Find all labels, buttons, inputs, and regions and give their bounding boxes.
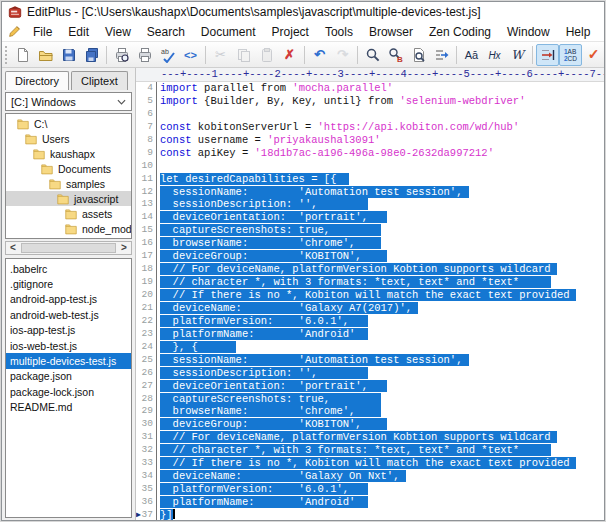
code-line-text[interactable]: deviceOrientation: 'portrait', <box>157 211 604 224</box>
code-line-text[interactable]: // character *, with 3 formats: *text, t… <box>157 444 604 457</box>
code-line-text[interactable]: deviceName: 'Galaxy On Nxt', <box>157 470 604 483</box>
code-line-9[interactable]: 9const apiKey = '18d1b7ac-a196-496a-98e0… <box>136 147 604 160</box>
menu-item-search[interactable]: Search <box>139 23 193 41</box>
file-item-readme-md[interactable]: README.md <box>6 400 131 415</box>
menu-item-file[interactable]: File <box>25 23 60 41</box>
code-line-7[interactable]: 7const kobitonServerUrl = 'https://api.k… <box>136 121 604 134</box>
file-item-package-lock-json[interactable]: package-lock.json <box>6 384 131 399</box>
tree-item-javascript[interactable]: javascript <box>6 191 131 206</box>
editor-area[interactable]: ---+----1----+----2----+----3----+----4-… <box>136 68 604 520</box>
code-line-14[interactable]: 14 deviceOrientation: 'portrait', <box>136 211 604 224</box>
code-line-6[interactable]: 6 <box>136 108 604 121</box>
code-line-20[interactable]: 20 // If there is no *, Kobiton will mat… <box>136 289 604 302</box>
scroll-thumb[interactable] <box>21 243 116 253</box>
code-line-22[interactable]: 22 platformVersion: '6.0.1', <box>136 315 604 328</box>
find-in-files-button[interactable] <box>407 44 430 66</box>
print-preview-button[interactable] <box>110 44 133 66</box>
menu-item-edit[interactable]: Edit <box>60 23 97 41</box>
redo-button[interactable]: ↷ <box>331 44 354 66</box>
code-line-text[interactable]: platformVersion: '6.0.1', <box>157 315 604 328</box>
code-line-text[interactable]: let desiredCapabilities = [{ <box>157 173 604 186</box>
code-line-29[interactable]: 29 browserName: 'chrome', <box>136 405 604 418</box>
code-line-24[interactable]: 24 }, { <box>136 341 604 354</box>
code-line-text[interactable]: // For deviceName, platformVersion Kobti… <box>157 263 604 276</box>
code-line-text[interactable]: // For deviceName, platformVersion Kobti… <box>157 431 604 444</box>
code-line-37[interactable]: ▶37}] <box>136 509 604 520</box>
code-line-text[interactable]: import {Builder, By, Key, until} from 's… <box>157 95 604 108</box>
tab-cliptext[interactable]: Cliptext <box>71 71 128 90</box>
code-line-36[interactable]: 36 platformName: 'Android' <box>136 496 604 509</box>
code-line-text[interactable]: }] <box>157 509 604 520</box>
tree-item-assets[interactable]: assets <box>6 206 131 221</box>
delete-button[interactable]: ✗ <box>278 44 301 66</box>
scroll-right-arrow-icon[interactable]: > <box>117 243 131 253</box>
cut-button[interactable]: ✂ <box>209 44 232 66</box>
file-item-ios-web-test-js[interactable]: ios-web-test.js <box>6 338 131 353</box>
scroll-left-arrow-icon[interactable]: < <box>6 243 20 253</box>
new-file-button[interactable] <box>11 44 34 66</box>
paste-button[interactable] <box>255 44 278 66</box>
hex-view-button[interactable]: Hx <box>483 44 506 66</box>
code-line-text[interactable]: platformName: 'Android' <box>157 496 604 509</box>
code-line-10[interactable]: 10 <box>136 160 604 173</box>
code-line-text[interactable]: const apiKey = '18d1b7ac-a196-496a-98e0-… <box>157 147 604 160</box>
menu-item-tools[interactable]: Tools <box>317 23 361 41</box>
code-line-23[interactable]: 23 platformName: 'Android' <box>136 328 604 341</box>
code-line-text[interactable]: deviceOrientation: 'portrait', <box>157 380 604 393</box>
menu-item-project[interactable]: Project <box>264 23 317 41</box>
tree-item-node-module[interactable]: node_module <box>6 221 131 236</box>
code-line-text[interactable]: captureScreenshots: true, <box>157 393 604 406</box>
tree-item-users[interactable]: Users <box>6 131 131 146</box>
file-item-multiple-devices-test-js[interactable]: multiple-devices-test.js <box>6 353 131 368</box>
file-item-babelrc[interactable]: .babelrc <box>6 261 131 276</box>
file-item-ios-app-test-js[interactable]: ios-app-test.js <box>6 323 131 338</box>
code-line-text[interactable]: sessionName: 'Automation test session', <box>157 354 604 367</box>
file-item-gitignore[interactable]: .gitignore <box>6 276 131 291</box>
code-line-15[interactable]: 15 captureScreenshots: true, <box>136 224 604 237</box>
replace-button[interactable]: B <box>384 44 407 66</box>
goto-line-button[interactable] <box>430 44 453 66</box>
code-line-32[interactable]: 32 // character *, with 3 formats: *text… <box>136 444 604 457</box>
code-line-text[interactable]: sessionDescription: '', <box>157 198 604 211</box>
text-case-button[interactable]: Aā <box>460 44 483 66</box>
code-line-text[interactable]: // If there is no *, Kobiton will match … <box>157 289 604 302</box>
code-line-21[interactable]: 21 deviceName: 'Galaxy A7(2017)', <box>136 302 604 315</box>
code-line-text[interactable]: }, { <box>157 341 604 354</box>
file-item-android-web-test-js[interactable]: android-web-test.js <box>6 307 131 322</box>
code-line-5[interactable]: 5import {Builder, By, Key, until} from '… <box>136 95 604 108</box>
code-line-text[interactable]: import parallel from 'mocha.parallel' <box>157 82 604 95</box>
code-line-18[interactable]: 18 // For deviceName, platformVersion Ko… <box>136 263 604 276</box>
code-line-11[interactable]: 11let desiredCapabilities = [{ <box>136 173 604 186</box>
code-line-text[interactable]: browserName: 'chrome', <box>157 405 604 418</box>
code-line-text[interactable]: platformName: 'Android' <box>157 328 604 341</box>
code-line-8[interactable]: 8const username = 'priyakaushal3091' <box>136 134 604 147</box>
code-line-text[interactable]: captureScreenshots: true, <box>157 224 604 237</box>
file-item-android-app-test-js[interactable]: android-app-test.js <box>6 292 131 307</box>
code-line-12[interactable]: 12 sessionName: 'Automation test session… <box>136 186 604 199</box>
code-line-text[interactable]: browserName: 'chrome', <box>157 237 604 250</box>
menu-item-browser[interactable]: Browser <box>361 23 421 41</box>
tab-directory[interactable]: Directory <box>5 71 69 90</box>
menu-item-view[interactable]: View <box>97 23 139 41</box>
menu-item-zen-coding[interactable]: Zen Coding <box>421 23 499 41</box>
code-line-35[interactable]: 35 platformVersion: '6.0.1', <box>136 483 604 496</box>
code-line-31[interactable]: 31 // For deviceName, platformVersion Ko… <box>136 431 604 444</box>
menu-item-window[interactable]: Window <box>499 23 558 41</box>
open-file-button[interactable] <box>34 44 57 66</box>
drive-selector[interactable]: [C:] Windows <box>5 92 132 111</box>
tree-item-documents[interactable]: Documents <box>6 161 131 176</box>
undo-button[interactable]: ↶ <box>308 44 331 66</box>
spell-check-button[interactable]: ab <box>156 44 179 66</box>
show-tabs-button[interactable] <box>536 44 559 66</box>
save-all-button[interactable] <box>80 44 103 66</box>
tree-item-samples[interactable]: samples <box>6 176 131 191</box>
find-button[interactable] <box>361 44 384 66</box>
code-line-text[interactable]: platformVersion: '6.0.1', <box>157 483 604 496</box>
line-numbers-button[interactable]: 1AB2CD <box>559 44 582 66</box>
view-in-browser-button[interactable]: <> <box>179 44 202 66</box>
menu-item-help[interactable]: Help <box>558 23 599 41</box>
code-line-27[interactable]: 27 deviceOrientation: 'portrait', <box>136 380 604 393</box>
code-line-28[interactable]: 28 captureScreenshots: true, <box>136 393 604 406</box>
code-line-text[interactable]: // If there is no *, Kobiton will match … <box>157 457 604 470</box>
code-line-text[interactable]: deviceGroup: 'KOBITON', <box>157 250 604 263</box>
